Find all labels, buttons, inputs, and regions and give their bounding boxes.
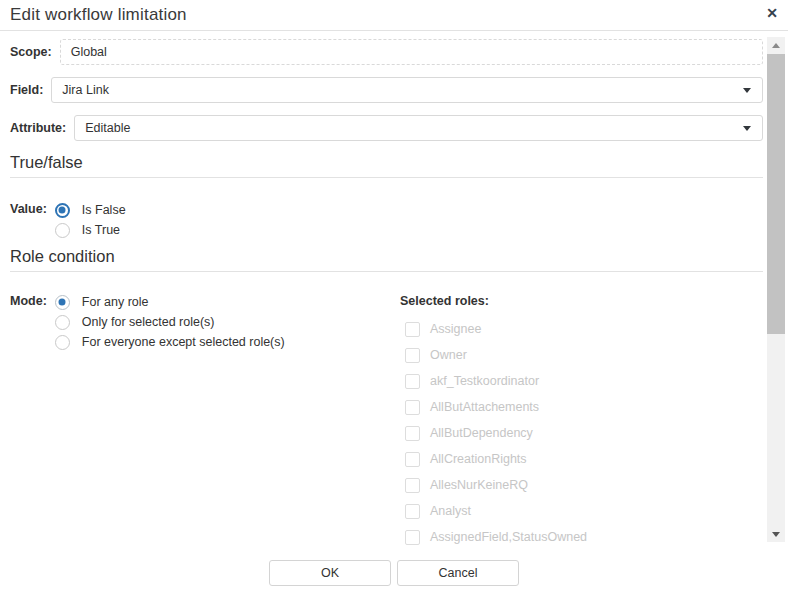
role-checkbox	[405, 322, 420, 337]
radio-label: Only for selected role(s)	[82, 315, 215, 329]
role-checkbox-label: AllesNurKeineRQ	[430, 478, 528, 492]
scrollbar[interactable]	[767, 37, 785, 542]
role-list-item: AssignedField,StatusOwned	[400, 524, 763, 550]
mode-radio-option[interactable]: For everyone except selected role(s)	[55, 334, 285, 350]
role-list-item: AllButDependency	[400, 420, 763, 446]
attribute-select[interactable]: Editable	[74, 115, 763, 141]
value-label: Value:	[10, 202, 47, 238]
value-radio-option[interactable]: Is False	[55, 202, 126, 218]
chevron-down-icon	[743, 88, 751, 93]
field-row: Field: Jira Link	[10, 77, 763, 103]
radio-icon[interactable]	[55, 315, 70, 330]
radio-icon[interactable]	[55, 295, 70, 310]
scrollbar-thumb[interactable]	[767, 54, 785, 334]
role-checkbox-label: akf_Testkoordinator	[430, 374, 539, 388]
scope-label: Scope:	[10, 45, 52, 59]
role-condition-section-heading: Role condition	[10, 247, 763, 272]
role-list-item: AllesNurKeineRQ	[400, 472, 763, 498]
dialog-footer: OK Cancel	[0, 560, 788, 586]
role-checkbox-label: AllButAttachements	[430, 400, 539, 414]
role-checkbox	[405, 504, 420, 519]
value-radio-group: Is False Is True	[55, 202, 126, 238]
mode-radio-option[interactable]: Only for selected role(s)	[55, 314, 285, 330]
role-checkbox	[405, 530, 420, 545]
role-list-item: Owner	[400, 342, 763, 368]
role-checkbox-label: Owner	[430, 348, 467, 362]
radio-label: Is True	[82, 223, 120, 237]
triangle-up-icon	[772, 43, 780, 48]
role-checkbox-label: Assignee	[430, 322, 481, 336]
mode-radio-group: For any role Only for selected role(s) F…	[55, 294, 285, 550]
field-select[interactable]: Jira Link	[51, 77, 763, 103]
mode-column: Mode: For any role Only for selected rol…	[10, 294, 400, 550]
role-checkbox-label: AllButDependency	[430, 426, 533, 440]
scroll-down-button[interactable]	[767, 526, 785, 542]
field-label: Field:	[10, 83, 43, 97]
role-checkbox	[405, 478, 420, 493]
role-checkbox	[405, 452, 420, 467]
role-checkbox	[405, 426, 420, 441]
selected-roles-heading: Selected roles:	[400, 294, 763, 308]
field-select-value: Jira Link	[62, 83, 109, 97]
role-list-item: akf_Testkoordinator	[400, 368, 763, 394]
ok-button[interactable]: OK	[269, 560, 391, 586]
close-icon[interactable]: ✕	[766, 6, 778, 20]
radio-label: Is False	[82, 203, 126, 217]
roles-list: Assignee Owner akf_Testkoordinator	[400, 316, 763, 550]
mode-radio-option[interactable]: For any role	[55, 294, 285, 310]
role-condition-body: Mode: For any role Only for selected rol…	[10, 294, 763, 550]
radio-label: For any role	[82, 295, 149, 309]
attribute-label: Attribute:	[10, 121, 66, 135]
attribute-row: Attribute: Editable	[10, 115, 763, 141]
attribute-select-value: Editable	[85, 121, 130, 135]
role-list-item: AllButAttachements	[400, 394, 763, 420]
role-checkbox-label: AllCreationRights	[430, 452, 527, 466]
value-row: Value: Is False Is True	[10, 202, 763, 238]
triangle-down-icon	[772, 532, 780, 537]
scope-row: Scope: Global	[10, 39, 763, 65]
role-checkbox	[405, 400, 420, 415]
role-checkbox	[405, 374, 420, 389]
role-list-item: Analyst	[400, 498, 763, 524]
cancel-button[interactable]: Cancel	[397, 560, 519, 586]
dialog-body: Scope: Global Field: Jira Link Attribute…	[0, 32, 763, 550]
value-radio-option[interactable]: Is True	[55, 222, 126, 238]
dialog-header: Edit workflow limitation	[0, 0, 788, 31]
edit-workflow-limitation-dialog: Edit workflow limitation ✕ Scope: Global…	[0, 0, 788, 31]
radio-icon[interactable]	[55, 223, 70, 238]
scroll-up-button[interactable]	[767, 37, 785, 53]
role-checkbox	[405, 348, 420, 363]
page-title: Edit workflow limitation	[10, 5, 187, 25]
selected-roles-column: Selected roles: Assignee Owner	[400, 294, 763, 550]
chevron-down-icon	[743, 126, 751, 131]
radio-label: For everyone except selected role(s)	[82, 335, 285, 349]
role-list-item: Assignee	[400, 316, 763, 342]
radio-icon[interactable]	[55, 203, 70, 218]
scope-input[interactable]: Global	[60, 39, 763, 65]
role-list-item: AllCreationRights	[400, 446, 763, 472]
radio-icon[interactable]	[55, 335, 70, 350]
mode-label: Mode:	[10, 294, 47, 550]
role-checkbox-label: Analyst	[430, 504, 471, 518]
true-false-section-heading: True/false	[10, 153, 763, 178]
role-checkbox-label: AssignedField,StatusOwned	[430, 530, 587, 544]
